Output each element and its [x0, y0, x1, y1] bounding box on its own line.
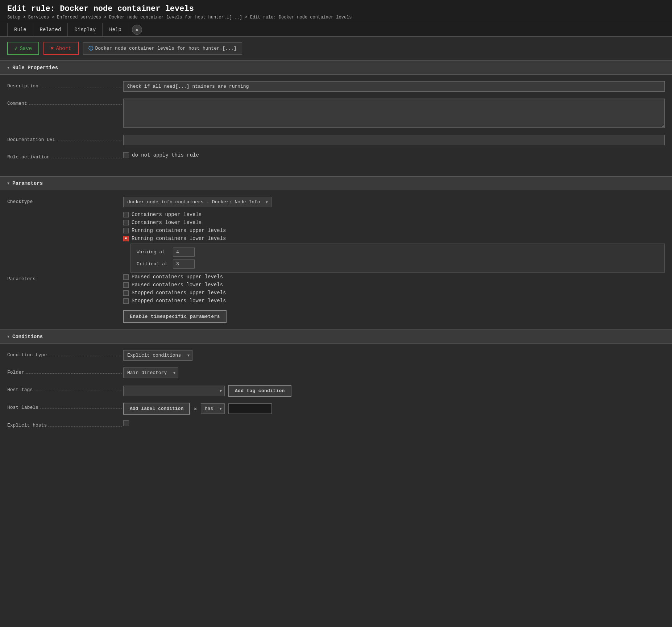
parameters-section: ▼ Parameters Checktype docker_node_info_…	[0, 176, 672, 329]
comment-label: Comment	[7, 99, 123, 106]
rule-properties-arrow: ▼	[7, 66, 9, 70]
folder-select[interactable]: Main directory	[123, 368, 178, 378]
tab-display[interactable]: Display	[68, 23, 103, 36]
toolbar-info: ⓘ Docker node container levels for host …	[83, 42, 242, 55]
host-labels-input-row: Add label condition ✕ has	[123, 403, 665, 415]
label-remove-icon[interactable]: ✕	[194, 405, 197, 412]
label-value-input[interactable]	[228, 403, 272, 414]
host-tags-input-row: Add tag condition	[123, 385, 665, 397]
checktype-select[interactable]: docker_node_info_containers - Docker: No…	[123, 197, 271, 207]
explicit-hosts-control	[123, 420, 665, 428]
folder-label: Folder	[7, 368, 123, 375]
add-tag-condition-button[interactable]: Add tag condition	[228, 385, 291, 397]
parameters-body: Checktype docker_node_info_containers - …	[0, 190, 672, 329]
conditions-section: ▼ Conditions Condition type Explicit con…	[0, 329, 672, 444]
save-button[interactable]: ✔ Save	[7, 42, 39, 55]
documentation-url-row: Documentation URL	[7, 135, 665, 146]
paused-upper-checkbox[interactable]	[123, 274, 129, 280]
critical-at-input[interactable]	[173, 259, 195, 269]
nav-up-button[interactable]: ▲	[132, 25, 142, 35]
params-label-col: Parameters	[7, 274, 123, 282]
condition-type-select-wrapper: Explicit conditions	[123, 350, 192, 361]
running-lower-checkbox[interactable]: ✖	[123, 236, 129, 241]
conditions-header[interactable]: ▼ Conditions	[0, 329, 672, 344]
page-title: Edit rule: Docker node container levels	[7, 4, 665, 13]
parameters-arrow: ▼	[7, 182, 9, 186]
description-label: Description	[7, 81, 123, 89]
folder-control: Main directory	[123, 368, 665, 378]
info-icon: ⓘ	[88, 45, 93, 52]
folder-select-wrapper: Main directory	[123, 368, 178, 378]
comment-control	[123, 99, 665, 129]
condition-type-label: Condition type	[7, 350, 123, 358]
checktype-select-wrapper: docker_node_info_containers - Docker: No…	[123, 197, 271, 207]
documentation-url-label: Documentation URL	[7, 135, 123, 142]
parameters-header[interactable]: ▼ Parameters	[0, 176, 672, 190]
rule-activation-label: Rule activation	[7, 152, 123, 160]
description-input[interactable]	[123, 81, 665, 92]
add-label-condition-button[interactable]: Add label condition	[123, 403, 190, 415]
conditions-arrow: ▼	[7, 335, 9, 339]
documentation-url-input[interactable]	[123, 135, 665, 145]
paused-lower-checkbox[interactable]	[123, 282, 129, 288]
host-tags-label: Host tags	[7, 385, 123, 393]
stopped-lower-checkbox[interactable]	[123, 298, 129, 304]
folder-row: Folder Main directory	[7, 368, 665, 379]
checkbox-running-upper: Running containers upper levels	[123, 228, 665, 233]
checkbox-stopped-upper: Stopped containers upper levels	[123, 290, 227, 296]
nav-tabs: Rule Related Display Help ▲	[0, 23, 672, 37]
abort-x-icon: ✖	[51, 45, 54, 51]
explicit-hosts-checkbox[interactable]	[123, 420, 129, 426]
tab-related[interactable]: Related	[33, 23, 68, 36]
rule-properties-header[interactable]: ▼ Rule Properties	[0, 61, 672, 75]
description-row: Description	[7, 81, 665, 93]
enable-timespecific-button[interactable]: Enable timespecific parameters	[123, 310, 227, 323]
page-header: Edit rule: Docker node container levels …	[0, 0, 672, 23]
explicit-hosts-label: Explicit hosts	[7, 420, 123, 428]
parameters-block: Containers upper levels Containers lower…	[7, 212, 665, 274]
checkbox-containers-lower: Containers lower levels	[123, 220, 665, 225]
save-check-icon: ✔	[14, 45, 17, 51]
tab-help[interactable]: Help	[103, 23, 128, 36]
host-tags-select[interactable]	[123, 386, 225, 396]
breadcrumb: Setup > Services > Enforced services > D…	[7, 15, 665, 20]
label-has-select[interactable]: has	[201, 403, 225, 414]
rule-properties-body: Description Comment	[0, 75, 672, 176]
tab-rule[interactable]: Rule	[7, 23, 33, 36]
checkbox-stopped-lower: Stopped containers lower levels	[123, 298, 227, 304]
params-label-row: Parameters Paused containers upper level…	[7, 274, 665, 323]
warning-row: Warning at	[137, 248, 659, 257]
warning-critical-block: Warning at Critical at	[130, 244, 665, 273]
host-labels-row: Host labels Add label condition ✕ has	[7, 403, 665, 415]
rule-activation-checkbox[interactable]	[123, 152, 129, 158]
abort-button[interactable]: ✖ Abort	[43, 42, 78, 55]
checktype-label: Checktype	[7, 197, 123, 204]
rule-activation-control: do not apply this rule	[123, 152, 665, 158]
host-tags-row: Host tags Add tag condition	[7, 385, 665, 397]
params-checkboxes-col: Paused containers upper levels Paused co…	[123, 274, 227, 323]
running-upper-checkbox[interactable]	[123, 228, 129, 233]
description-control	[123, 81, 665, 92]
documentation-url-control	[123, 135, 665, 145]
conditions-body: Condition type Explicit conditions Folde…	[0, 344, 672, 444]
containers-lower-checkbox[interactable]	[123, 220, 129, 225]
comment-textarea[interactable]	[123, 99, 665, 128]
host-labels-control: Add label condition ✕ has	[123, 403, 665, 415]
host-tags-control: Add tag condition	[123, 385, 665, 397]
toolbar: ✔ Save ✖ Abort ⓘ Docker node container l…	[0, 37, 672, 61]
page-wrapper: Edit rule: Docker node container levels …	[0, 0, 672, 444]
checkbox-running-lower: ✖ Running containers lower levels	[123, 236, 665, 241]
rule-activation-row: Rule activation do not apply this rule	[7, 152, 665, 164]
warning-at-input[interactable]	[173, 248, 195, 257]
containers-upper-checkbox[interactable]	[123, 212, 129, 217]
host-labels-label: Host labels	[7, 403, 123, 410]
condition-type-select[interactable]: Explicit conditions	[123, 350, 192, 361]
condition-type-control: Explicit conditions	[123, 350, 665, 361]
rule-properties-section: ▼ Rule Properties Description Comment	[0, 61, 672, 176]
comment-row: Comment	[7, 99, 665, 129]
checkbox-paused-upper: Paused containers upper levels	[123, 274, 227, 280]
checktype-row: Checktype docker_node_info_containers - …	[7, 197, 665, 207]
checkbox-containers-upper: Containers upper levels	[123, 212, 665, 217]
stopped-upper-checkbox[interactable]	[123, 290, 129, 296]
parameters-block-content: Containers upper levels Containers lower…	[123, 212, 665, 274]
